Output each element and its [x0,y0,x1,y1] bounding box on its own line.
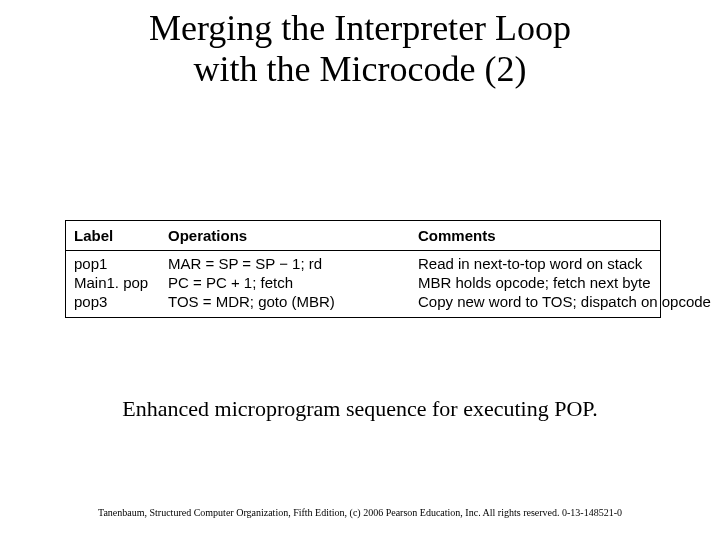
footer-citation: Tanenbaum, Structured Computer Organizat… [0,507,720,518]
table-cell: Main1. pop [74,274,152,293]
col-operations: MAR = SP = SP − 1; rd PC = PC + 1; fetch… [160,251,410,317]
table-body: pop1 Main1. pop pop3 MAR = SP = SP − 1; … [66,251,660,317]
table-cell: MAR = SP = SP − 1; rd [168,255,402,274]
table-cell: PC = PC + 1; fetch [168,274,402,293]
table-cell: pop3 [74,293,152,312]
col-comments: Read in next-to-top word on stack MBR ho… [410,251,660,317]
table-cell: Copy new word to TOS; dispatch on opcode [418,293,652,312]
table-cell: Read in next-to-top word on stack [418,255,652,274]
table-cell: TOS = MDR; goto (MBR) [168,293,402,312]
header-operations: Operations [160,221,410,250]
figure-caption: Enhanced microprogram sequence for execu… [0,396,720,422]
slide-title: Merging the Interpreter Loop with the Mi… [0,8,720,91]
table-cell: MBR holds opcode; fetch next byte [418,274,652,293]
slide: Merging the Interpreter Loop with the Mi… [0,0,720,540]
header-comments: Comments [410,221,660,250]
col-label: pop1 Main1. pop pop3 [66,251,160,317]
header-label: Label [66,221,160,250]
table-header-row: Label Operations Comments [66,221,660,251]
title-line-1: Merging the Interpreter Loop [149,8,571,48]
table-cell: pop1 [74,255,152,274]
microcode-table: Label Operations Comments pop1 Main1. po… [65,220,661,318]
title-line-2: with the Microcode (2) [194,49,527,89]
